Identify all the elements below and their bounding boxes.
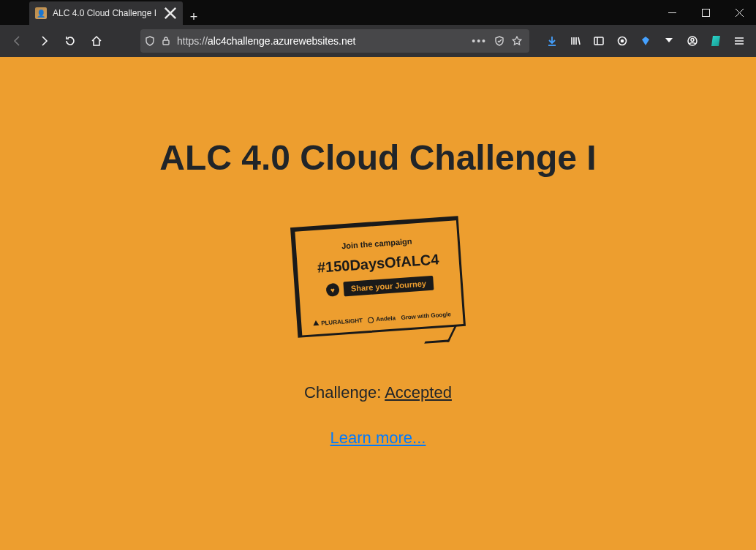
svg-point-4 bbox=[621, 40, 624, 42]
account-icon[interactable] bbox=[681, 29, 703, 53]
pluralsight-icon bbox=[313, 320, 319, 326]
close-tab-button[interactable] bbox=[164, 7, 177, 20]
svg-point-6 bbox=[691, 39, 694, 42]
extension-chevron-icon[interactable] bbox=[658, 29, 680, 53]
url-protocol: https:// bbox=[177, 35, 208, 47]
extension-circle-icon[interactable] bbox=[611, 29, 633, 53]
url-text[interactable]: https://alc4challenge.azurewebsites.net bbox=[177, 35, 466, 47]
app-menu-button[interactable] bbox=[728, 29, 750, 53]
status-value: Accepted bbox=[385, 383, 452, 402]
campaign-card: Join the campaign #150DaysOfALC4 ♥ Share… bbox=[290, 216, 466, 338]
campaign-card-frame: Join the campaign #150DaysOfALC4 ♥ Share… bbox=[290, 216, 466, 338]
forward-button[interactable] bbox=[32, 29, 56, 53]
svg-rect-2 bbox=[594, 37, 603, 45]
tab-title: ALC 4.0 Cloud Challenge I bbox=[53, 8, 158, 18]
shield-icon[interactable] bbox=[145, 36, 155, 46]
browser-tab-active[interactable]: 👤 ALC 4.0 Cloud Challenge I bbox=[29, 1, 183, 25]
window-minimize-button[interactable] bbox=[655, 0, 689, 25]
bookmark-star-icon[interactable] bbox=[512, 36, 522, 46]
favicon-icon: 👤 bbox=[35, 7, 47, 19]
page-title: ALC 4.0 Cloud Challenge I bbox=[0, 138, 756, 178]
address-bar[interactable]: https://alc4challenge.azurewebsites.net … bbox=[140, 29, 529, 53]
tab-strip: 👤 ALC 4.0 Cloud Challenge I + bbox=[0, 0, 205, 25]
window-maximize-button[interactable] bbox=[689, 0, 722, 25]
challenge-status: Challenge: Accepted bbox=[0, 383, 756, 402]
andela-icon bbox=[368, 317, 374, 323]
window-close-button[interactable] bbox=[722, 0, 756, 25]
sponsor-row: PLURALSIGHT Andela Grow with Google bbox=[311, 311, 453, 327]
sidebar-icon[interactable] bbox=[588, 29, 610, 53]
browser-toolbar: https://alc4challenge.azurewebsites.net … bbox=[0, 25, 756, 57]
window-titlebar: 👤 ALC 4.0 Cloud Challenge I + bbox=[0, 0, 756, 25]
share-journey-label: Share your Journey bbox=[343, 276, 434, 297]
campaign-hashtag: #150DaysOfALC4 bbox=[307, 250, 449, 276]
campaign-kicker: Join the campaign bbox=[306, 234, 447, 252]
page-viewport[interactable]: ALC 4.0 Cloud Challenge I Join the campa… bbox=[0, 57, 756, 550]
library-icon[interactable] bbox=[564, 29, 586, 53]
window-controls bbox=[655, 0, 756, 25]
svg-rect-0 bbox=[702, 9, 709, 16]
tracking-shield-icon[interactable] bbox=[494, 36, 504, 46]
extension-bing-icon[interactable] bbox=[705, 29, 727, 53]
sponsor-pluralsight: PLURALSIGHT bbox=[321, 317, 363, 327]
twitter-icon: ♥ bbox=[325, 283, 339, 297]
back-button[interactable] bbox=[6, 29, 29, 53]
status-prefix: Challenge: bbox=[304, 383, 385, 402]
home-button[interactable] bbox=[85, 29, 108, 53]
url-host: alc4challenge.azurewebsites.net bbox=[208, 35, 355, 47]
extension-diamond-icon[interactable] bbox=[635, 29, 657, 53]
downloads-icon[interactable] bbox=[541, 29, 563, 53]
page-content: ALC 4.0 Cloud Challenge I Join the campa… bbox=[0, 57, 756, 448]
reload-button[interactable] bbox=[58, 29, 82, 53]
page-actions-icon[interactable]: ••• bbox=[472, 35, 487, 47]
sponsor-google: Grow with Google bbox=[401, 311, 451, 321]
learn-more-link[interactable]: Learn more... bbox=[330, 429, 426, 448]
lock-icon[interactable] bbox=[161, 36, 171, 46]
new-tab-button[interactable]: + bbox=[183, 10, 205, 25]
svg-rect-1 bbox=[163, 40, 169, 45]
sponsor-andela: Andela bbox=[376, 314, 396, 323]
